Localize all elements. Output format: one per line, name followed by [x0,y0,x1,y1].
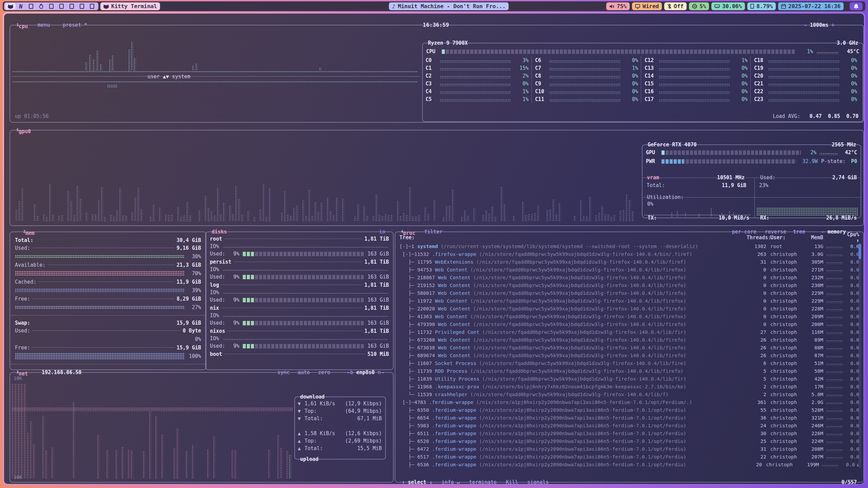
column-threads[interactable]: Threads: [747,235,766,241]
disk-boot: boot510 MiB [210,350,389,358]
gpu-usage-label: GPU [646,149,662,156]
disk-log-io: IO% [210,289,389,296]
process-row[interactable]: ├─ 11968 .keepassxc-prox(/nix/store/bslp… [399,383,859,390]
core-C12: C121% [645,56,748,64]
status-network-pill[interactable]: Wired [632,2,662,10]
memory-stat-swap: Swap:15,9 GiB [15,319,201,327]
signals-button[interactable]: signals [527,479,549,484]
process-row[interactable]: ├─ 11607 Socket Process(/nix/store/fqadd… [399,359,859,367]
status-cpu-pill[interactable]: 5% [689,2,709,10]
process-row[interactable]: ├─ 479390 Web Content(/nix/store/fqadd0b… [399,320,859,328]
process-row[interactable]: ├─ 41363 Web Content(/nix/store/fqadd0bp… [399,312,859,320]
phone-icon [750,4,754,9]
workspace-2-obsidian-n-icon[interactable]: N [16,3,26,9]
interval-plus-button[interactable]: + [831,22,834,28]
workspace-4-flame-icon[interactable] [36,3,46,9]
status-volume-pill[interactable]: 75% [606,2,630,10]
reverse-button[interactable]: reverse [763,229,788,235]
gpu-temp: 42°C [840,149,857,156]
kill-button[interactable]: Kill [506,479,518,484]
core-C5: C51% [426,95,529,103]
core-C20: C200% [754,72,857,80]
process-row[interactable]: [-]─4783 .ferdium-wrappe(/nix/store/a1pj… [399,398,859,406]
upload-title: upload [298,456,320,462]
disk-root: root1,81 TiB [210,235,389,243]
status-disk-pill[interactable]: 8.79% [747,2,776,10]
net-upload-stat: ▲Top:(2,69 Mibps) [298,437,382,445]
gpu-history-graph [12,134,636,221]
rx-label: RX: [758,215,771,221]
process-row[interactable]: ├─ 11739 RDD Process(/nix/store/fqadd0bp… [399,367,859,375]
memory-meter: 70% [15,269,201,278]
process-row[interactable]: ├─ 689674 Web Content(/nix/store/fqadd0b… [399,351,859,359]
process-row[interactable]: ├─ 11972 Web Content(/nix/store/fqadd0bp… [399,297,859,305]
info-button[interactable]: info ↵ [441,479,460,484]
gpu-usage-percent: 2% [801,149,816,156]
per-core-button[interactable]: per-core [730,229,758,235]
process-row[interactable]: [-]─1 systemd(/run/current-system/system… [399,242,859,250]
process-row[interactable]: ├─ 218067 Web Content(/nix/store/fqadd0b… [399,273,859,281]
column-memory[interactable]: MemB [804,235,823,241]
status-network-value: Wired [643,3,659,9]
interface-switcher[interactable]: ←b enp8s0 n→ [346,369,386,375]
cpu-graph-legend: user ▲▼ system [146,74,192,80]
workspace-8-square-icon[interactable] [77,3,87,9]
workspace-switcher[interactable]: N [4,2,98,10]
status-clock-value: 2025-07-22 16:36 [788,3,841,9]
io-mode-button[interactable]: io [377,229,387,235]
music-player-pill[interactable]: ♪ Minuit Machine - Don't Run Fro... [389,2,509,10]
process-row[interactable]: ├─ 219152 Web Content(/nix/store/fqadd0b… [399,281,859,289]
process-row[interactable]: ├─ 580017 Web Content(/nix/store/fqadd0b… [399,289,859,297]
notifications-pill[interactable] [850,2,863,10]
status-clock-pill[interactable]: 2025-07-22 16:36 [778,2,844,10]
vram-used: 2,74 GiB [831,175,859,181]
workspace-9-square-icon[interactable] [87,3,97,9]
filter-button[interactable]: filter [422,229,444,235]
process-panel: 4proc filter per-core reverse tree ← mem… [395,231,864,483]
tree-button[interactable]: tree [791,229,807,235]
memory-meter: 0% [15,334,201,344]
process-row[interactable]: └─ 11539 crashhelper(/nix/store/fqadd0bp… [399,390,859,398]
process-row[interactable]: ├─ 5983 .ferdium-wrappe(/nix/store/a1pj8… [399,422,859,429]
column-user[interactable]: User: [766,235,804,241]
workspace-6-square-icon[interactable] [56,3,66,9]
terminate-button[interactable]: terminate [469,479,497,484]
gpu-utilization-box: Utilization: 0% TX: 10,0 MiB/s [643,197,755,218]
process-row[interactable]: ├─ 6520 .ferdium-wrappe(/nix/store/a1pj8… [399,437,859,445]
process-row[interactable]: [-]─11532 .firefox-wrappe(/nix/store/fqa… [399,250,859,258]
select-buttons[interactable]: ↑ select ↓ [402,479,432,484]
disk-persist-used: Used:9%163 GiB [210,273,389,281]
process-row[interactable]: ├─ 673038 Web Content(/nix/store/fqadd0b… [399,344,859,351]
memory-divider [10,315,206,316]
ram-icon [714,4,720,8]
gpu-usage-bar [662,150,801,155]
process-scrollbar[interactable] [859,244,861,468]
process-row[interactable]: ├─ 6350 .ferdium-wrappe(/nix/store/a1pj8… [399,406,859,414]
sort-column-switcher[interactable]: ← memory → [820,229,854,235]
workspace-3-square-icon[interactable] [26,3,36,9]
auto-button[interactable]: auto [296,369,312,375]
process-row[interactable]: ├─ 6536 .ferdium-wrappe(/nix/store/a1pj8… [399,461,859,468]
interval-minus-button[interactable]: - [804,22,807,28]
process-row[interactable]: ├─ 6472 .ferdium-wrappe(/nix/store/a1pj8… [399,445,859,453]
status-memory-pill[interactable]: 30.06% [711,2,745,10]
process-row[interactable]: ├─ 220028 Web Content(/nix/store/fqadd0b… [399,305,859,312]
process-row[interactable]: ├─ 6517 .ferdium-wrappe(/nix/store/a1pj8… [399,453,859,461]
process-row[interactable]: ├─ 11732 Privileged Cont(/nix/store/fqad… [399,328,859,336]
workspace-1-cat-icon[interactable] [5,3,16,9]
net-download-stat: ▼Top:(64,9 Mibps) [298,407,382,415]
process-row[interactable]: ├─ 94753 Web Content(/nix/store/fqadd0bp… [399,266,859,273]
status-bluetooth-pill[interactable]: Off [664,2,687,10]
process-row[interactable]: ├─ 6654 .ferdium-wrappe(/nix/store/a1pj8… [399,414,859,422]
zero-button[interactable]: zero [316,369,332,375]
process-row[interactable]: ├─ 11839 Utility Process(/nix/store/fqad… [399,375,859,383]
process-row[interactable]: ├─ 673288 Web Content(/nix/store/fqadd0b… [399,336,859,344]
window-title-pill[interactable]: Kitty Terminal [100,2,160,10]
process-row[interactable]: ├─ 11795 WebExtensions(/nix/store/fqadd0… [399,258,859,266]
cpu-total-percent: 1% [795,48,813,55]
process-scrollbar-thumb[interactable] [859,244,861,259]
workspace-5-square-icon[interactable] [46,3,56,9]
core-C16: C160% [645,87,748,95]
process-row[interactable]: ├─ 6511 .ferdium-wrappe(/nix/store/a1pj8… [399,429,859,437]
workspace-7-square-icon[interactable] [66,3,77,9]
